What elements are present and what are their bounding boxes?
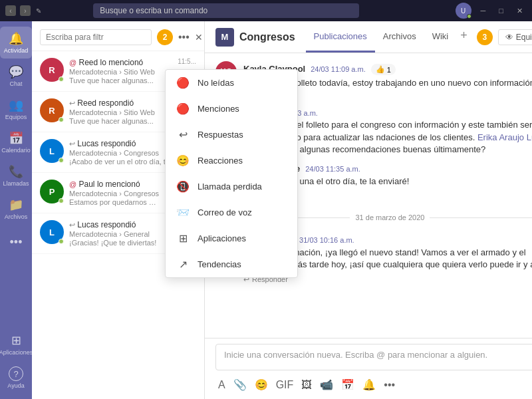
activity-subtitle: Mercadotecnia › Sitio Web: [69, 68, 172, 76]
reacciones-icon: 😊: [176, 154, 190, 167]
reply-icon: ↩: [69, 99, 75, 107]
schedule-button[interactable]: 📅: [338, 376, 357, 394]
dropdown-item-label: Llamada perdida: [198, 182, 262, 192]
respuestas-icon: ↩: [176, 128, 190, 141]
activity-content: ↩ Lucas respondió Mercadotecnia › Congre…: [69, 139, 174, 166]
window-controls: ‹ › ✎: [5, 5, 43, 16]
sidebar-item-calendario[interactable]: 📅 Calendario: [0, 126, 32, 158]
reaction-count: 1: [387, 66, 391, 74]
activity-preview: Tuve que hacer algunas...: [69, 117, 174, 125]
step-2-badge: 2: [157, 29, 173, 45]
format-text-button[interactable]: A: [215, 376, 228, 394]
dropdown-item-label: Correo de voz: [198, 207, 252, 217]
notification-button[interactable]: 🔔: [360, 376, 378, 394]
dropdown-item-noleidas[interactable]: 🔴 No leídas: [166, 70, 297, 96]
sidebar-item-llamadas[interactable]: 📞 Llamadas: [0, 160, 32, 192]
status-dot: [59, 117, 64, 122]
dropdown-item-reacciones[interactable]: 😊 Reacciones: [166, 148, 297, 174]
dropdown-item-correodevoz[interactable]: 📨 Correo de voz: [166, 200, 297, 225]
tab-publicaciones[interactable]: Publicaciones: [306, 22, 375, 53]
maximize-button[interactable]: □: [495, 7, 507, 15]
compose-area: Inicie una conversación nueva. Escriba @…: [205, 338, 532, 399]
sticker-button[interactable]: 🖼: [299, 376, 315, 394]
message-time: 24/03 11:09 a.m.: [311, 65, 366, 73]
channel-header: M Congresos Publicaciones Archivos Wiki …: [205, 21, 532, 53]
channel-header-right: 3 👁 Equipo •••: [477, 29, 532, 45]
status-dot: [59, 198, 64, 203]
activity-title: @ Paul lo mencionó: [69, 180, 160, 189]
dropdown-item-respuestas[interactable]: ↩ Respuestas: [166, 122, 297, 148]
dropdown-item-label: Reacciones: [198, 156, 243, 166]
more-icon: •••: [10, 235, 23, 249]
meet-button[interactable]: 📹: [317, 376, 336, 394]
dropdown-item-menciones[interactable]: 🔴 Menciones: [166, 96, 297, 122]
dropdown-menu: 🔴 No leídas 🔴 Menciones ↩ Respuestas 😊 R…: [165, 69, 298, 278]
dropdown-item-label: Menciones: [198, 104, 239, 114]
step-3-badge: 3: [477, 29, 493, 45]
message-reaction[interactable]: 👍 1: [371, 64, 396, 75]
channel-name: Congresos: [239, 31, 295, 43]
llamadas-icon: 📞: [9, 164, 23, 179]
sidebar-item-ayuda[interactable]: ? Ayuda: [0, 362, 32, 394]
avatar: L: [40, 220, 64, 244]
status-dot: [59, 76, 64, 82]
calendario-icon: 📅: [9, 131, 23, 146]
avatar: P: [40, 180, 64, 203]
dropdown-item-label: No leídas: [198, 78, 234, 88]
back-button[interactable]: ‹: [5, 5, 16, 16]
activity-content: ↩ Reed respondió Mercadotecnia › Sitio W…: [69, 98, 174, 125]
tab-archivos[interactable]: Archivos: [375, 22, 424, 53]
edit-button[interactable]: ✎: [35, 7, 43, 15]
activity-subtitle: Mercadotecnia › General: [69, 230, 165, 238]
sidebar-item-archivos[interactable]: 📁 Archivos: [0, 193, 32, 225]
title-bar: ‹ › ✎ Busque o escriba un comando U ─ □ …: [0, 0, 532, 21]
activity-more-dots[interactable]: •••: [178, 31, 190, 43]
search-placeholder: Busque o escriba un comando: [100, 6, 207, 15]
tab-wiki[interactable]: Wiki: [424, 22, 457, 53]
filter-input[interactable]: [40, 29, 152, 45]
online-status-dot: [467, 14, 471, 19]
sidebar-item-more[interactable]: •••: [0, 226, 32, 258]
user-avatar[interactable]: U: [456, 3, 471, 19]
message-time: 31/03 10:16 a.m.: [299, 236, 354, 244]
sidebar-item-actividad[interactable]: 🔔 Actividad: [0, 27, 32, 59]
close-button[interactable]: ✕: [513, 7, 527, 15]
sidebar-item-equipos[interactable]: 👥 Equipos: [0, 93, 32, 125]
giphy-button[interactable]: GIF: [273, 376, 297, 394]
sidebar-item-aplicaciones[interactable]: ⊞ Aplicaciones: [0, 329, 32, 360]
dropdown-item-label: Aplicaciones: [198, 233, 246, 243]
status-dot: [59, 158, 64, 163]
sidebar-item-label: Ayuda: [7, 382, 24, 389]
mention-icon: @: [69, 59, 76, 66]
compose-box[interactable]: Inicie una conversación nueva. Escriba @…: [215, 344, 532, 370]
mention-erika[interactable]: Erika Araujo: [477, 132, 524, 142]
sidebar-item-label: Actividad: [4, 47, 29, 54]
sidebar-item-chat[interactable]: 💬 Chat: [0, 60, 32, 92]
search-bar[interactable]: Busque o escriba un comando: [93, 3, 359, 18]
avatar: L: [40, 139, 64, 163]
more-compose-button[interactable]: •••: [381, 376, 398, 394]
activity-content: @ Paul lo mencionó Mercadotecnia › Congr…: [69, 180, 160, 206]
activity-preview: ¡Acabo de ver un el otro día, te la...: [69, 158, 174, 166]
compose-toolbar: A 📎 😊 GIF 🖼 📹 📅 🔔 ••• ➤: [215, 376, 532, 394]
channel-tabs: Publicaciones Archivos Wiki +: [306, 22, 471, 53]
activity-content: @ Reed lo mencionó Mercadotecnia › Sitio…: [69, 58, 172, 84]
reply-icon: ↩: [69, 140, 75, 148]
activity-close-icon[interactable]: ✕: [195, 32, 203, 43]
activity-title: ↩ Lucas respondió: [69, 139, 174, 148]
sidebar-item-label: Llamadas: [3, 180, 29, 187]
attach-button[interactable]: 📎: [231, 376, 249, 394]
menciones-icon: 🔴: [176, 102, 190, 115]
team-button[interactable]: 👁 Equipo: [498, 29, 532, 45]
dropdown-item-tendencias[interactable]: ↗ Tendencias: [166, 251, 297, 277]
dropdown-item-aplicaciones[interactable]: ⊞ Aplicaciones: [166, 225, 297, 251]
minimize-button[interactable]: ─: [477, 7, 490, 15]
activity-content: ↩ Lucas respondió Mercadotecnia › Genera…: [69, 220, 165, 247]
aplicaciones-icon: ⊞: [11, 333, 21, 348]
forward-button[interactable]: ›: [20, 5, 31, 16]
correodevoz-icon: 📨: [176, 206, 190, 219]
archivos-icon: 📁: [9, 198, 23, 212]
add-tab-button[interactable]: +: [456, 22, 471, 53]
emoji-button[interactable]: 😊: [252, 376, 271, 394]
dropdown-item-llamadaperdida[interactable]: 📵 Llamada perdida: [166, 174, 297, 200]
